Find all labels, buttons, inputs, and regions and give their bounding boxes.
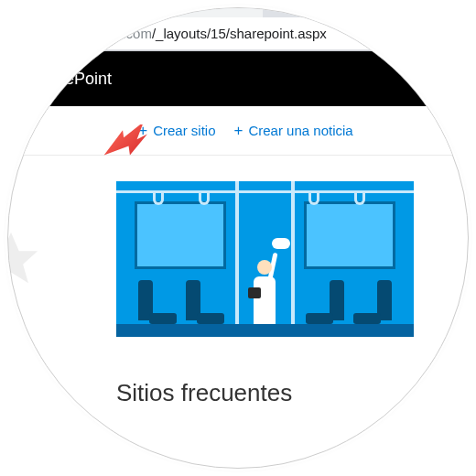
frequent-sites-heading: Sitios frecuentes bbox=[116, 379, 459, 407]
tab-strip: S SharePoint × + bbox=[7, 7, 469, 17]
brand-label: SharePoint bbox=[30, 70, 112, 89]
create-site-label: Crear sitio bbox=[153, 123, 215, 138]
action-bar: Point + Crear sitio + Crear una noticia bbox=[7, 106, 469, 156]
new-tab-button[interactable]: + bbox=[268, 7, 294, 17]
svg-marker-4 bbox=[101, 124, 150, 158]
hero-illustration bbox=[116, 181, 414, 337]
close-icon[interactable]: × bbox=[238, 7, 254, 10]
create-news-label: Crear una noticia bbox=[248, 123, 352, 138]
sharepoint-topbar: SharePoint bbox=[7, 51, 469, 106]
create-news-button[interactable]: + Crear una noticia bbox=[234, 122, 353, 140]
tab-title: SharePoint bbox=[47, 7, 238, 9]
sidebar-item-label[interactable]: itio bbox=[7, 339, 107, 354]
url-text: lvetic.sharepoint.com/_layouts/15/sharep… bbox=[7, 26, 327, 41]
browser-tab[interactable]: S SharePoint × bbox=[16, 7, 263, 17]
breadcrumb[interactable]: Point bbox=[7, 123, 19, 138]
annotation-arrow-icon bbox=[101, 124, 150, 165]
browser-chrome: S SharePoint × + lvetic.sharepoint.com/_… bbox=[7, 7, 469, 51]
svg-marker-5 bbox=[7, 233, 38, 283]
plus-icon: + bbox=[234, 122, 243, 140]
address-bar[interactable]: lvetic.sharepoint.com/_layouts/15/sharep… bbox=[7, 17, 469, 50]
plus-icon: + bbox=[276, 7, 287, 15]
star-icon bbox=[7, 227, 107, 295]
sharepoint-favicon: S bbox=[25, 7, 39, 9]
